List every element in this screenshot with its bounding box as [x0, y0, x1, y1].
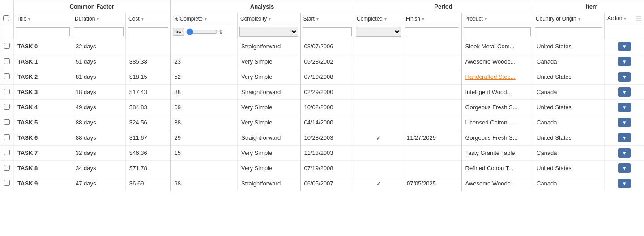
row-checkbox-7[interactable]	[4, 150, 10, 155]
row-pct-complete-5: 88	[171, 115, 238, 130]
row-pct-complete-3: 88	[171, 85, 238, 100]
row-product-4: Gorgeous Fresh S...	[461, 100, 533, 115]
filter-country-input[interactable]	[535, 27, 602, 36]
header-pct-complete[interactable]: % Complete ▾	[171, 13, 238, 25]
row-checkbox-1[interactable]	[4, 58, 10, 64]
row-title-0: TASK 0	[14, 39, 72, 54]
pct-complete-sort[interactable]: % Complete ▾	[174, 16, 207, 22]
row-duration-5: 88 days	[72, 115, 126, 130]
row-product-2[interactable]: Handcrafted Stee...	[461, 69, 533, 85]
row-product-5: Licensed Cotton ...	[461, 115, 533, 130]
completed-sort[interactable]: Completed ▾	[357, 16, 387, 22]
filter-cost-input[interactable]	[128, 27, 168, 36]
filter-complexity-select[interactable]: Very Simple Straightforward	[239, 27, 298, 37]
row-pct-complete-7: 15	[171, 146, 238, 161]
header-complexity[interactable]: Complexity ▾	[238, 13, 300, 25]
row-checkbox-8[interactable]	[4, 165, 10, 171]
row-action-btn-5[interactable]: ▾	[618, 118, 631, 127]
header-finish[interactable]: Finish ▾	[403, 13, 461, 25]
row-completed-3	[354, 85, 403, 100]
filter-product-cell	[461, 25, 533, 39]
filter-start-input[interactable]	[303, 27, 352, 36]
row-action-btn-2[interactable]: ▾	[618, 72, 631, 82]
header-checkbox-cell	[0, 13, 14, 25]
complexity-sort[interactable]: Complexity ▾	[240, 16, 271, 22]
row-checkbox-cell-6	[0, 130, 14, 146]
header-completed[interactable]: Completed ▾	[354, 13, 403, 25]
pct-complete-operator[interactable]: >=	[173, 28, 185, 36]
table-row: TASK 6 88 days $11.67 29 Straightforward…	[0, 130, 644, 146]
row-finish-9: 07/05/2025	[403, 176, 461, 191]
pct-complete-slider[interactable]	[186, 28, 218, 35]
header-action[interactable]: Action ▾ ☰	[605, 13, 644, 25]
row-action-btn-3[interactable]: ▾	[618, 87, 631, 97]
filter-product-input[interactable]	[464, 27, 531, 36]
duration-sort-icon: ▾	[97, 17, 99, 21]
table-row: TASK 5 88 days $24.56 88 Very Simple 04/…	[0, 115, 644, 130]
select-all-checkbox[interactable]	[3, 15, 9, 21]
filter-completed-select[interactable]: ✓	[356, 27, 401, 37]
start-sort[interactable]: Start ▾	[303, 16, 319, 22]
row-checkbox-4[interactable]	[4, 104, 10, 110]
row-checkbox-2[interactable]	[4, 73, 10, 79]
row-pct-complete-1: 23	[171, 54, 238, 69]
header-product[interactable]: Product ▾	[461, 13, 533, 25]
filter-finish-input[interactable]	[405, 27, 459, 36]
row-completed-1	[354, 54, 403, 69]
row-duration-3: 18 days	[72, 85, 126, 100]
row-cost-9: $6.69	[126, 176, 171, 191]
row-completed-8	[354, 161, 403, 176]
row-checkbox-9[interactable]	[4, 180, 10, 186]
row-action-btn-6[interactable]: ▾	[618, 133, 631, 142]
filter-title-input[interactable]	[16, 27, 70, 36]
table-row: TASK 8 34 days $71.78 Very Simple 07/19/…	[0, 161, 644, 176]
table-row: TASK 4 49 days $84.83 69 Very Simple 10/…	[0, 100, 644, 115]
header-duration[interactable]: Duration ▾	[72, 13, 126, 25]
column-menu-icon[interactable]: ☰	[636, 15, 642, 22]
row-completed-0	[354, 39, 403, 54]
row-duration-7: 32 days	[72, 146, 126, 161]
finish-sort[interactable]: Finish ▾	[406, 16, 424, 22]
period-group: Period	[354, 0, 533, 13]
cost-sort[interactable]: Cost ▾	[128, 16, 144, 22]
row-action-cell-7: ▾	[605, 146, 644, 161]
product-sort[interactable]: Product ▾	[465, 16, 487, 22]
checkbox-group-header	[0, 0, 14, 13]
header-start[interactable]: Start ▾	[300, 13, 354, 25]
header-title[interactable]: Title ▾	[14, 13, 72, 25]
row-title-1: TASK 1	[14, 54, 72, 69]
filter-title-cell	[14, 25, 72, 39]
row-country-4: United States	[533, 100, 605, 115]
row-action-btn-7[interactable]: ▾	[618, 148, 631, 158]
duration-sort[interactable]: Duration ▾	[75, 16, 99, 22]
header-country[interactable]: Country of Origin ▾	[533, 13, 605, 25]
start-sort-icon: ▾	[316, 17, 319, 21]
row-title-8: TASK 8	[14, 161, 72, 176]
pct-complete-value: 0	[219, 29, 222, 35]
row-country-1: Canada	[533, 54, 605, 69]
row-cost-7: $46.36	[126, 146, 171, 161]
row-action-btn-0[interactable]: ▾	[618, 42, 631, 51]
row-checkbox-3[interactable]	[4, 89, 10, 94]
row-action-btn-4[interactable]: ▾	[618, 103, 631, 112]
title-sort[interactable]: Title ▾	[17, 16, 30, 22]
row-checkbox-6[interactable]	[4, 134, 10, 140]
row-action-btn-9[interactable]: ▾	[618, 179, 631, 188]
row-checkbox-0[interactable]	[4, 43, 10, 49]
row-pct-complete-8	[171, 161, 238, 176]
header-cost[interactable]: Cost ▾	[126, 13, 171, 25]
row-action-btn-1[interactable]: ▾	[618, 57, 631, 66]
row-checkbox-5[interactable]	[4, 119, 10, 125]
row-action-btn-8[interactable]: ▾	[618, 163, 631, 173]
row-title-6: TASK 6	[14, 130, 72, 146]
action-sort[interactable]: Action ▾	[607, 15, 626, 21]
row-checkbox-cell-5	[0, 115, 14, 130]
row-finish-5	[403, 115, 461, 130]
row-finish-4	[403, 100, 461, 115]
filter-pct-complete-cell: >= 0	[171, 25, 238, 39]
product-sort-icon: ▾	[485, 17, 487, 21]
filter-duration-input[interactable]	[74, 27, 124, 36]
row-finish-1	[403, 54, 461, 69]
row-pct-complete-2: 52	[171, 69, 238, 85]
country-sort[interactable]: Country of Origin ▾	[536, 16, 580, 22]
